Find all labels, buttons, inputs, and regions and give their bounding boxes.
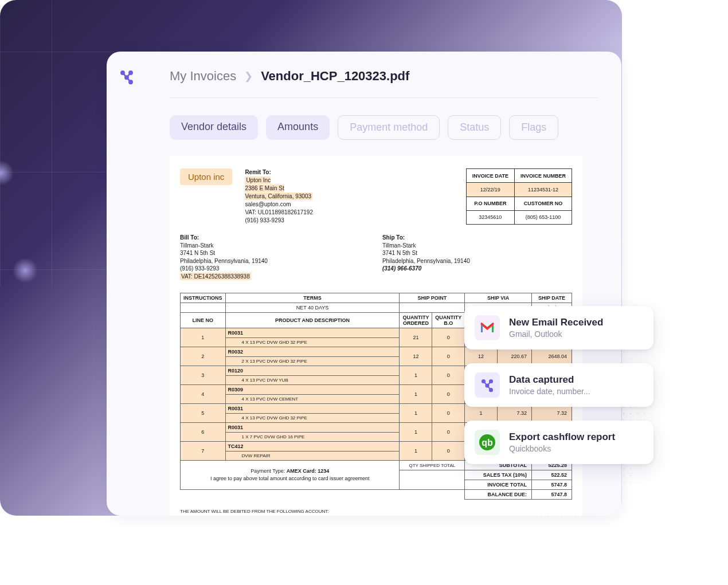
th-ship-point: SHIP POINT (400, 293, 465, 303)
th-invoice-number: INVOICE NUMBER (514, 169, 572, 183)
th-ship-date: SHIP DATE (532, 293, 572, 303)
tax-value: 522.52 (532, 470, 572, 480)
card-export-title: Export cashflow report (509, 431, 615, 443)
svg-text:qb: qb (482, 438, 493, 447)
payment-type-cell: Payment Type: AMEX Card: 1234 I agree to… (181, 461, 400, 490)
bill-to-label: Bill To: (180, 234, 199, 241)
remit-email: sales@upton.com (245, 201, 291, 207)
card-email-title: New Email Received (509, 317, 603, 328)
ship-to-name: Tillman-Stark (382, 242, 416, 249)
pay-type-value: AMEX Card: 1234 (287, 468, 330, 474)
tax-label: SALES TAX (10%) (465, 470, 532, 480)
remit-vat: VAT: UL011898182617192 (245, 209, 313, 215)
tab-vendor-details[interactable]: Vendor details (170, 115, 258, 140)
ship-to-label: Ship To: (382, 234, 405, 241)
tab-status[interactable]: Status (448, 115, 501, 140)
ship-to-addr1: 3741 N 5th St (382, 250, 417, 256)
card-data-sub: Invoice date, number... (509, 387, 590, 396)
remit-label: Remit To: (245, 169, 271, 175)
tabs-row: Vendor details Amounts Payment method St… (170, 115, 598, 140)
bill-to-addr1: 3741 N 5th St (180, 250, 215, 256)
th-qty-ord: QUANTITY ORDERED (400, 313, 432, 328)
bill-to-addr2: Philadelphia, Pennsylvania, 19140 (180, 258, 268, 264)
balance-due-value: 5747.8 (532, 490, 572, 500)
card-data-captured[interactable]: Data captured Invoice date, number... (464, 363, 653, 407)
invoice-total-value: 5747.8 (532, 480, 572, 490)
card-export-cashflow[interactable]: qb Export cashflow report Quickbooks (464, 421, 653, 464)
ship-to-addr2: Philadelphia, Pennsylvania, 19140 (382, 258, 470, 264)
integration-cards: New Email Received Gmail, Outlook Data c… (464, 306, 653, 464)
remit-addr2: Ventura, California, 93003 (245, 193, 311, 199)
bill-to-vat: VAT: DE142526388338938 (180, 273, 251, 280)
td-po-number: 32345610 (466, 210, 514, 224)
th-prod-desc: PRODUCT AND DESCRIPTION (225, 313, 400, 328)
remit-name: Upton Inc (246, 177, 271, 183)
td-customer-no: (805) 653-1100 (514, 210, 572, 224)
th-terms: TERMS (225, 293, 400, 303)
app-sidebar (107, 52, 147, 516)
th-invoice-date: INVOICE DATE (466, 169, 514, 183)
breadcrumb-current: Vendor_HCP_120323.pdf (261, 69, 409, 84)
th-customer-no: CUSTOMER NO (514, 197, 572, 210)
breadcrumb-root[interactable]: My Invoices (170, 69, 236, 84)
quickbooks-icon: qb (475, 430, 500, 455)
card-email-sub: Gmail, Outlook (509, 329, 603, 339)
remit-addr1: 2386 E Main St (245, 185, 284, 191)
bill-to-name: Tillman-Stark (180, 242, 214, 249)
tab-flags[interactable]: Flags (509, 115, 558, 140)
balance-due-label: BALANCE DUE: (465, 490, 532, 500)
ship-to-block: Ship To: Tillman-Stark 3741 N 5th St Phi… (382, 234, 470, 280)
td-terms-val: NET 40 DAYS (225, 303, 400, 313)
remit-to-block: Remit To: Upton Inc 2386 E Main St Ventu… (245, 168, 313, 225)
qty-shipped-total-label: QTY SHIPPED TOTAL (400, 461, 465, 470)
card-new-email[interactable]: New Email Received Gmail, Outlook (464, 306, 653, 350)
debit-footer: THE AMOUNT WILL BE DEBITED FROM THE FOLL… (180, 509, 572, 516)
logo-icon (119, 69, 135, 85)
bill-to-phone: (916) 933-9293 (180, 265, 219, 272)
td-invoice-date: 12/22/19 (466, 183, 514, 197)
card-data-title: Data captured (509, 374, 590, 386)
td-invoice-number: 11234531-12 (514, 183, 572, 197)
invoice-total-label: INVOICE TOTAL (465, 480, 532, 490)
th-ship-via: SHIP VIA (465, 293, 532, 303)
tab-payment-method[interactable]: Payment method (338, 115, 440, 140)
pay-agreement: I agree to pay above total amount accord… (210, 476, 370, 481)
th-instructions: INSTRUCTIONS (181, 293, 226, 303)
invoice-meta-table: INVOICE DATEINVOICE NUMBER 12/22/1911234… (466, 168, 572, 225)
th-line-no: LINE NO (181, 313, 226, 328)
network-icon (475, 372, 500, 398)
vendor-name-highlight: Upton inc (180, 168, 232, 185)
footer-l1: THE AMOUNT WILL BE DEBITED FROM THE FOLL… (180, 509, 328, 514)
footer-l2: IBAN: DE12300*******4 56 (180, 515, 234, 516)
th-po-number: P.O NUMBER (466, 197, 514, 210)
pay-type-label: Payment Type: (251, 468, 286, 474)
ship-to-phone: (314) 966-6370 (382, 265, 421, 272)
th-qty-bo: QUANTITY B.O (432, 313, 465, 328)
tab-amounts[interactable]: Amounts (266, 115, 330, 140)
remit-phone: (916) 933-9293 (245, 217, 284, 223)
chevron-right-icon: ❯ (244, 70, 253, 83)
card-export-sub: Quickbooks (509, 444, 615, 453)
bill-to-block: Bill To: Tillman-Stark 3741 N 5th St Phi… (180, 234, 268, 280)
breadcrumb: My Invoices ❯ Vendor_HCP_120323.pdf (170, 69, 598, 98)
gmail-icon (475, 315, 500, 340)
